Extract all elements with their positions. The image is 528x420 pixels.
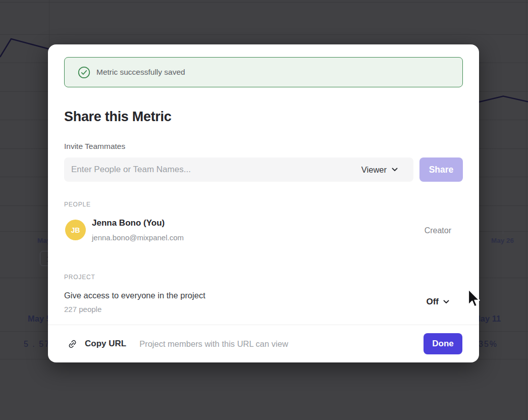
chevron-down-icon [443,300,449,304]
share-modal: Metric successfully saved Share this Met… [48,44,479,362]
done-button[interactable]: Done [424,333,462,354]
project-access-toggle-label: Off [426,297,439,307]
url-permission-hint: Project members with this URL can view [139,339,288,349]
modal-footer: Copy URL Project members with this URL c… [48,325,479,362]
invite-teammates-label: Invite Teammates [64,142,125,151]
copy-url-button[interactable]: Copy URL [67,339,126,349]
project-access-count: 227 people [64,305,101,313]
member-name: Jenna Bono (You) [92,218,165,228]
modal-title: Share this Metric [64,109,171,125]
role-selector[interactable]: Viewer [361,158,398,182]
people-section-label: PEOPLE [64,201,91,208]
toast-message: Metric successfully saved [96,68,185,77]
copy-url-label: Copy URL [85,339,126,349]
app-screen: May May 26 1 May 5 May 11 5 . 57% 35% Me… [0,0,528,420]
mouse-cursor [466,288,481,310]
project-access-toggle[interactable]: Off [426,297,449,307]
project-section-label: PROJECT [64,274,95,281]
invite-row: Viewer Share [64,158,463,182]
success-toast: Metric successfully saved [64,57,463,87]
project-access-title: Give access to everyone in the project [64,291,205,300]
share-button[interactable]: Share [419,158,463,182]
chevron-down-icon [392,168,398,172]
member-email: jenna.bono@mixpanel.com [92,233,184,242]
link-icon [67,339,78,349]
member-role: Creator [425,226,451,235]
check-circle-icon [78,66,90,79]
role-selector-label: Viewer [361,165,387,175]
avatar: JB [65,220,86,240]
